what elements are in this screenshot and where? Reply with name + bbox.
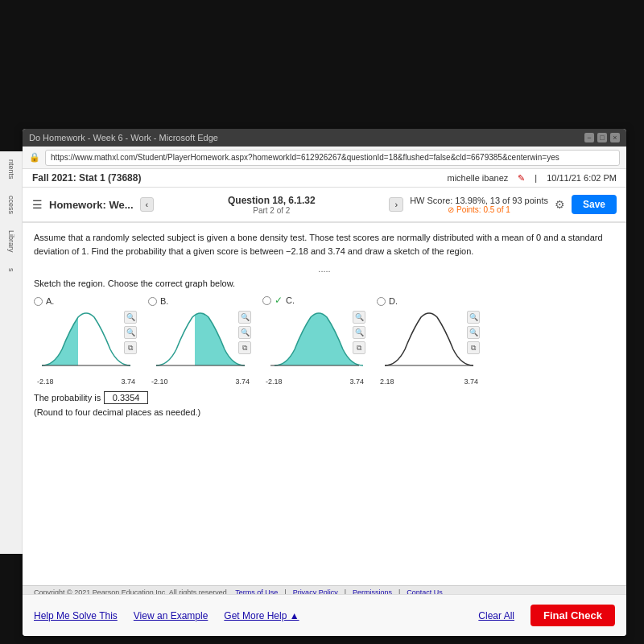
option-b-text: B. xyxy=(160,296,168,306)
graph-d-left: 2.18 xyxy=(380,378,394,386)
zoom-in-a[interactable]: 🔍 xyxy=(124,311,137,324)
next-question-btn[interactable]: › xyxy=(389,197,403,212)
homework-label: Homework: We... xyxy=(49,199,134,211)
graph-a-labels: -2.18 3.74 xyxy=(34,378,138,386)
question-number: Question 18, 6.1.32 xyxy=(160,195,382,206)
graph-d-svg xyxy=(377,309,481,374)
sidebar: ntents ccess Library s xyxy=(0,151,23,554)
radio-b[interactable] xyxy=(148,297,157,306)
more-dots[interactable]: ..... xyxy=(34,264,615,274)
sketch-instruction: Sketch the region. Choose the correct gr… xyxy=(34,279,615,288)
graph-a-container: 🔍 🔍 ⧉ xyxy=(34,309,138,382)
browser-title: Do Homework - Week 6 - Work - Microsoft … xyxy=(29,133,218,142)
browser-titlebar: Do Homework - Week 6 - Work - Microsoft … xyxy=(23,129,626,147)
address-input[interactable] xyxy=(45,150,620,166)
graph-c-labels: -2.18 3.74 xyxy=(262,378,367,386)
hamburger-icon[interactable]: ☰ xyxy=(32,198,43,211)
points-value: Points: 0.5 of 1 xyxy=(456,205,510,214)
radio-d[interactable] xyxy=(377,297,386,306)
graph-c-container: 🔍 🔍 ⧉ -2.18 3.74 xyxy=(262,309,367,382)
probability-label: The probability is xyxy=(34,393,101,402)
graph-b-right: 3.74 xyxy=(235,378,250,386)
expand-d[interactable]: ⧉ xyxy=(467,341,480,354)
graph-a-left: -2.18 xyxy=(37,378,54,386)
expand-a[interactable]: ⧉ xyxy=(124,341,137,354)
radio-c[interactable] xyxy=(262,296,271,305)
save-button[interactable]: Save xyxy=(572,195,617,214)
sidebar-item-s[interactable]: s xyxy=(7,268,15,272)
points-text: ⊘ Points: 0.5 of 1 xyxy=(410,205,548,214)
zoom-out-d[interactable]: 🔍 xyxy=(467,326,480,339)
sidebar-item-library[interactable]: Library xyxy=(7,230,15,253)
option-b-label[interactable]: B. xyxy=(148,296,168,306)
graph-b-container: 🔍 🔍 ⧉ xyxy=(148,309,253,382)
zoom-out-c[interactable]: 🔍 xyxy=(353,326,365,339)
graph-d-container: 🔍 🔍 ⧉ 2.18 3.74 xyxy=(377,309,481,382)
probability-value: 0.3354 xyxy=(104,391,148,404)
header-right: michelle ibanez ✎ | 10/11/21 6:02 PM xyxy=(447,173,617,184)
expand-b[interactable]: ⧉ xyxy=(238,341,251,354)
question-part: Part 2 of 2 xyxy=(160,206,382,215)
gear-icon[interactable]: ⚙ xyxy=(555,198,565,211)
zoom-out-a[interactable]: 🔍 xyxy=(124,326,137,339)
zoom-in-c[interactable]: 🔍 xyxy=(353,311,365,324)
app-header: Fall 2021: Stat 1 (73688) michelle ibane… xyxy=(23,169,626,188)
graph-option-d: D. 🔍 🔍 ⧉ 2.18 3.74 xyxy=(377,296,481,382)
sidebar-item-contents[interactable]: ntents xyxy=(7,159,15,180)
get-more-help-btn[interactable]: Get More Help ▲ xyxy=(224,610,299,621)
bottom-bar: Help Me Solve This View an Example Get M… xyxy=(23,594,626,636)
hw-score-text: HW Score: 13.98%, 13 of 93 points xyxy=(410,196,548,205)
graph-d-icons: 🔍 🔍 ⧉ xyxy=(467,311,480,354)
view-example-btn[interactable]: View an Example xyxy=(134,610,208,621)
probability-row: The probability is 0.3354 xyxy=(34,391,615,404)
graph-d-labels: 2.18 3.74 xyxy=(377,378,481,386)
option-a-label[interactable]: A. xyxy=(34,296,54,306)
prev-question-btn[interactable]: ‹ xyxy=(140,197,155,212)
graph-b-labels: -2.10 3.74 xyxy=(148,378,253,386)
sidebar-item-access[interactable]: ccess xyxy=(7,196,15,214)
graph-b-left: -2.10 xyxy=(151,378,168,386)
lock-icon: 🔒 xyxy=(29,152,40,163)
username: michelle ibanez xyxy=(447,173,508,183)
graphs-row: A. 🔍 🔍 ⧉ xyxy=(34,295,615,382)
graph-c-icons: 🔍 🔍 ⧉ xyxy=(353,311,365,354)
maximize-btn[interactable]: □ xyxy=(597,133,607,142)
graph-b-svg xyxy=(148,309,253,374)
browser-addressbar: 🔒 xyxy=(23,147,626,169)
question-text: Assume that a randomly selected subject … xyxy=(34,231,615,258)
final-check-button[interactable]: Final Check xyxy=(530,605,615,626)
option-d-text: D. xyxy=(389,296,398,306)
graph-a-svg xyxy=(34,309,138,374)
help-me-solve-btn[interactable]: Help Me Solve This xyxy=(34,610,118,621)
user-icon: ✎ xyxy=(518,173,525,184)
check-icon: ⊘ xyxy=(448,205,454,214)
question-info: Question 18, 6.1.32 Part 2 of 2 xyxy=(160,195,382,215)
graph-c-svg xyxy=(262,309,367,374)
zoom-in-b[interactable]: 🔍 xyxy=(238,311,251,324)
graph-d-right: 3.74 xyxy=(464,378,478,386)
clear-all-button[interactable]: Clear All xyxy=(478,610,514,621)
graph-b-icons: 🔍 🔍 ⧉ xyxy=(238,311,251,354)
zoom-in-d[interactable]: 🔍 xyxy=(467,311,480,324)
expand-c[interactable]: ⧉ xyxy=(353,341,365,354)
option-c-text: C. xyxy=(286,295,295,305)
datetime: 10/11/21 6:02 PM xyxy=(547,173,617,183)
graph-option-c: ✓ C. 🔍 🔍 ⧉ -2.1 xyxy=(262,295,367,382)
zoom-out-b[interactable]: 🔍 xyxy=(238,326,251,339)
graph-c-left: -2.18 xyxy=(266,378,283,386)
option-c-label[interactable]: ✓ C. xyxy=(262,295,295,306)
option-d-label[interactable]: D. xyxy=(377,296,398,306)
browser-window: Do Homework - Week 6 - Work - Microsoft … xyxy=(23,129,626,636)
graph-option-b: B. 🔍 🔍 ⧉ xyxy=(148,296,253,382)
content-area: Assume that a randomly selected subject … xyxy=(23,223,626,585)
round-note: (Round to four decimal places as needed.… xyxy=(34,407,615,417)
window-controls: − □ × xyxy=(584,133,620,142)
course-title: Fall 2021: Stat 1 (73688) xyxy=(32,172,141,184)
minimize-btn[interactable]: − xyxy=(584,133,594,142)
option-a-text: A. xyxy=(46,296,54,306)
graph-option-a: A. 🔍 🔍 ⧉ xyxy=(34,296,138,382)
graph-c-right: 3.74 xyxy=(349,378,364,386)
radio-a[interactable] xyxy=(34,297,43,306)
graph-a-icons: 🔍 🔍 ⧉ xyxy=(124,311,137,354)
close-btn[interactable]: × xyxy=(610,133,620,142)
